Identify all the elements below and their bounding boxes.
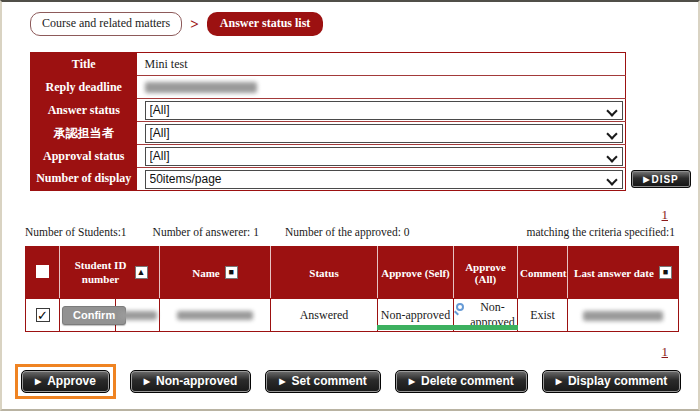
stat-matching-criteria: matching the criteria specified:1 [527, 226, 675, 238]
approval-status-label: Approval status [31, 145, 137, 168]
row-checkbox-checked[interactable]: ✓ [36, 308, 50, 322]
results-table-wrap: Student ID number ▲ Name ■ Status Approv… [25, 246, 679, 332]
orange-highlight-box: ▶ Approve [15, 364, 116, 399]
delete-comment-button[interactable]: ▶ Delete comment [395, 370, 528, 393]
answer-status-select[interactable]: [All] [145, 101, 624, 120]
row-student-id-cell [116, 299, 160, 332]
row-confirm-cell: Confirm [60, 299, 116, 332]
filter-form: Title Mini test Reply deadline Answer st… [30, 52, 626, 191]
header-approve-all: Approve (All) [454, 247, 518, 299]
sort-none-icon[interactable]: ■ [659, 266, 672, 279]
non-approved-button[interactable]: ▶ Non-approved [130, 370, 252, 393]
row-name-cell [160, 299, 271, 332]
stat-number-of-approved: Number of the approved: 0 [285, 226, 410, 238]
result-stats: Number of Students:1 Number of answerer:… [25, 226, 675, 238]
play-arrow-icon: ▶ [144, 377, 150, 386]
approval-status-select[interactable]: [All] [145, 147, 624, 166]
form-row-number-of-display: Number of display 50items/page [31, 168, 626, 191]
results-table: Student ID number ▲ Name ■ Status Approv… [25, 246, 679, 332]
page-number-bottom[interactable]: 1 [662, 344, 669, 360]
stat-number-of-answerer: Number of answerer: 1 [153, 226, 259, 238]
row-status-cell: Answered [271, 299, 378, 332]
number-of-display-label: Number of display [31, 168, 137, 191]
header-comment: Comment [518, 247, 568, 299]
approve-button[interactable]: ▶ Approve [21, 370, 110, 393]
reply-deadline-label: Reply deadline [31, 76, 137, 99]
header-student-id: Student ID number ▲ [60, 247, 160, 299]
page-number-top[interactable]: 1 [662, 207, 669, 223]
action-button-bar: ▶ Approve ▶ Non-approved ▶ Set comment ▶… [15, 364, 683, 399]
reply-deadline-value [137, 76, 626, 99]
play-arrow-icon: ▶ [279, 377, 285, 386]
breadcrumb-current-page: Answer status list [207, 12, 323, 36]
table-header-row: Student ID number ▲ Name ■ Status Approv… [26, 247, 679, 299]
approver-select[interactable]: [All] [145, 124, 624, 143]
header-select-all [26, 247, 60, 299]
breadcrumb-separator-icon: > [190, 16, 199, 33]
sort-none-icon[interactable]: ■ [225, 266, 238, 279]
breadcrumb-course-link[interactable]: Course and related matters [30, 12, 182, 36]
form-row-approver: 承認担当者 [All] [31, 122, 626, 145]
form-row-reply-deadline: Reply deadline [31, 76, 626, 99]
magnifier-icon[interactable] [456, 303, 464, 311]
green-highlight-underline [377, 325, 518, 330]
row-select-cell: ✓ [26, 299, 60, 332]
disp-button[interactable]: ▶ DISP [631, 170, 691, 188]
header-status: Status [271, 247, 378, 299]
approver-label: 承認担当者 [31, 122, 137, 145]
form-row-title: Title Mini test [31, 53, 626, 76]
answer-status-list-page: Course and related matters > Answer stat… [0, 0, 700, 411]
form-row-answer-status: Answer status [All] [31, 99, 626, 122]
table-row: ✓ Confirm Answered Non-approved [26, 299, 679, 332]
student-name-redacted-value [177, 311, 253, 320]
row-last-answer-date-cell [568, 299, 679, 332]
reply-deadline-redacted-value [145, 82, 257, 93]
play-arrow-icon: ▶ [556, 377, 562, 386]
title-value: Mini test [137, 53, 626, 76]
header-name: Name ■ [160, 247, 271, 299]
confirm-button[interactable]: Confirm [62, 306, 126, 325]
set-comment-button[interactable]: ▶ Set comment [265, 370, 381, 393]
answer-status-label: Answer status [31, 99, 137, 122]
breadcrumb: Course and related matters > Answer stat… [30, 12, 323, 36]
title-label: Title [31, 53, 137, 76]
sort-ascending-icon[interactable]: ▲ [135, 266, 148, 279]
row-comment-cell: Exist [518, 299, 568, 332]
play-arrow-icon: ▶ [35, 377, 41, 386]
last-answer-date-redacted-value [583, 311, 663, 321]
form-row-approval-status: Approval status [All] [31, 145, 626, 168]
play-arrow-icon: ▶ [409, 377, 415, 386]
play-arrow-icon: ▶ [643, 175, 649, 184]
header-last-answer-date: Last answer date ■ [568, 247, 679, 299]
select-all-checkbox[interactable] [36, 265, 49, 278]
header-approve-self: Approve (Self) [378, 247, 454, 299]
number-of-display-select[interactable]: 50items/page [145, 170, 624, 189]
student-id-redacted-value [119, 311, 157, 320]
display-comment-button[interactable]: ▶ Display comment [542, 370, 682, 393]
stat-number-of-students: Number of Students:1 [25, 226, 127, 238]
